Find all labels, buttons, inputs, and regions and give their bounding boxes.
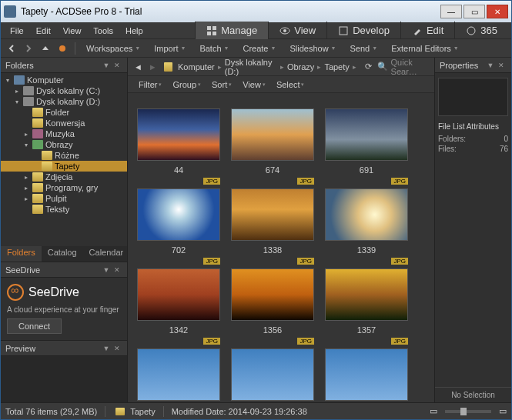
breadcrumb-item[interactable]: Dysk lokalny (D:) (225, 58, 277, 76)
thumbnail-image[interactable] (231, 188, 314, 241)
thumbnail-item[interactable]: 674 (231, 98, 314, 175)
menu-view[interactable]: View (57, 25, 88, 37)
pin-icon[interactable]: ▼ (101, 343, 112, 354)
thumbnail-image[interactable] (231, 108, 314, 161)
tree-item-teksty[interactable]: Teksty (1, 204, 127, 215)
view-menu[interactable]: View▾ (238, 78, 270, 91)
tree-item-dysk-lokalny-c-[interactable]: ▸Dysk lokalny (C:) (1, 85, 127, 96)
thumbnail-item[interactable]: JPG (137, 338, 220, 402)
thumbnail-image[interactable] (137, 108, 220, 161)
mode-manage[interactable]: Manage (195, 22, 268, 39)
thumbnail-item[interactable]: JPG (325, 338, 408, 402)
tree-item-obrazy[interactable]: ▾Obrazy (1, 139, 127, 150)
tab-calendar[interactable]: Calendar (83, 246, 130, 262)
tab-folders[interactable]: Folders (1, 246, 42, 262)
thumbnail-item[interactable]: JPG702 (137, 178, 220, 255)
thumbnail-image[interactable] (325, 268, 408, 321)
menu-help[interactable]: Help (119, 25, 149, 37)
expand-icon[interactable]: ▸ (22, 195, 30, 202)
pin-icon[interactable]: ▼ (101, 60, 112, 71)
zoom-slider[interactable] (445, 410, 491, 413)
thumbnail-image[interactable] (137, 268, 220, 321)
quick-search[interactable]: 🔍Quick Sear… (377, 58, 430, 76)
up-button[interactable] (38, 41, 53, 56)
connect-button[interactable]: Connect (7, 318, 62, 334)
refresh-icon[interactable]: ⟳ (363, 60, 374, 74)
breadcrumb-back-icon[interactable]: ◄ (132, 60, 144, 74)
external-editors-menu[interactable]: External Editors▼ (385, 42, 465, 55)
breadcrumb-item[interactable]: Tapety (324, 62, 349, 72)
thumbnail-image[interactable] (325, 108, 408, 161)
mode-edit[interactable]: Edit (400, 22, 454, 39)
thumbnail-image[interactable] (231, 348, 314, 401)
send-menu[interactable]: Send▼ (344, 42, 384, 55)
expand-icon[interactable]: ▾ (4, 77, 12, 84)
breadcrumb-item[interactable]: Obrazy (287, 62, 314, 72)
back-button[interactable] (4, 41, 19, 56)
thumbnail-item[interactable]: JPG1342 (137, 258, 220, 335)
expand-icon[interactable]: ▸ (22, 174, 30, 181)
filter-menu[interactable]: Filter▾ (134, 78, 166, 91)
minimize-button[interactable]: — (440, 5, 462, 18)
thumbnail-item[interactable]: JPG1357 (325, 258, 408, 335)
tree-item-komputer[interactable]: ▾Komputer (1, 75, 127, 85)
mode-develop[interactable]: Develop (326, 22, 400, 39)
maximize-button[interactable]: ▭ (463, 5, 485, 18)
thumbnail-image[interactable] (231, 268, 314, 321)
create-menu[interactable]: Create▼ (236, 42, 282, 55)
tree-item-pulpit[interactable]: ▸Pulpit (1, 193, 127, 204)
thumbnail-item[interactable]: JPG1356 (231, 258, 314, 335)
thumbnail-item[interactable]: JPG (231, 338, 314, 402)
thumbnail-item[interactable]: JPG1339 (325, 178, 408, 255)
thumbnail-image[interactable] (325, 188, 408, 241)
fold-icon (32, 172, 43, 182)
mode-365[interactable]: 365 (454, 22, 508, 39)
close-panel-icon[interactable]: ✕ (112, 265, 122, 275)
thumbnail-item[interactable]: 691 (325, 98, 408, 175)
pin-icon[interactable]: ▼ (485, 60, 496, 71)
menu-edit[interactable]: Edit (30, 25, 57, 37)
tree-item-tapety[interactable]: Tapety (1, 161, 127, 172)
close-button[interactable]: ✕ (487, 5, 508, 18)
folder-tree: ▾Komputer▸Dysk lokalny (C:)▾Dysk lokalny… (1, 73, 127, 246)
tree-item-programy-gry[interactable]: ▸Programy, gry (1, 182, 127, 193)
tree-item-dysk-lokalny-d-[interactable]: ▾Dysk lokalny (D:) (1, 96, 127, 107)
thumbnail-image[interactable] (325, 348, 408, 401)
thumbnail-item[interactable]: JPG1338 (231, 178, 314, 255)
tree-item-folder[interactable]: Folder (1, 107, 127, 118)
sort-menu[interactable]: Sort▾ (207, 78, 236, 91)
close-panel-icon[interactable]: ✕ (112, 343, 122, 354)
expand-icon[interactable]: ▾ (13, 98, 21, 105)
tree-item-zdj-cia[interactable]: ▸Zdjęcia (1, 172, 127, 182)
workspaces-menu[interactable]: Workspaces▼ (80, 42, 146, 55)
mode-view[interactable]: View (268, 22, 326, 39)
tree-item-konwersja[interactable]: Konwersja (1, 118, 127, 128)
zoom-in-icon[interactable]: ▭ (499, 406, 507, 416)
expand-icon[interactable]: ▸ (22, 185, 30, 192)
import-menu[interactable]: Import▼ (148, 42, 192, 55)
group-menu[interactable]: Group▾ (168, 78, 206, 91)
batch-menu[interactable]: Batch▼ (193, 42, 235, 55)
menu-file[interactable]: File (4, 25, 30, 37)
thumbnail-image[interactable] (137, 188, 220, 241)
expand-icon[interactable]: ▸ (22, 131, 30, 138)
select-menu[interactable]: Select▾ (272, 78, 310, 91)
close-panel-icon[interactable]: ✕ (496, 60, 507, 71)
slideshow-menu[interactable]: Slideshow▼ (283, 42, 342, 55)
gallery-button[interactable] (55, 41, 70, 56)
zoom-out-icon[interactable]: ▭ (430, 406, 437, 416)
tree-item-r-ne[interactable]: Różne (1, 150, 127, 161)
pin-icon[interactable]: ▼ (101, 265, 112, 275)
thumbnail-item[interactable]: 44 (137, 98, 220, 175)
close-panel-icon[interactable]: ✕ (112, 60, 122, 71)
breadcrumb-forward-icon[interactable]: ► (147, 60, 159, 74)
tab-catalog[interactable]: Catalog (42, 246, 83, 262)
breadcrumb-item[interactable]: Komputer (178, 62, 215, 72)
menu-tools[interactable]: Tools (87, 25, 119, 37)
forward-button[interactable] (21, 41, 36, 56)
expand-icon[interactable]: ▸ (13, 88, 21, 95)
thumbnail-image[interactable] (137, 348, 220, 401)
drive-icon (23, 86, 34, 95)
tree-item-muzyka[interactable]: ▸Muzyka (1, 128, 127, 139)
expand-icon[interactable]: ▾ (22, 142, 30, 148)
